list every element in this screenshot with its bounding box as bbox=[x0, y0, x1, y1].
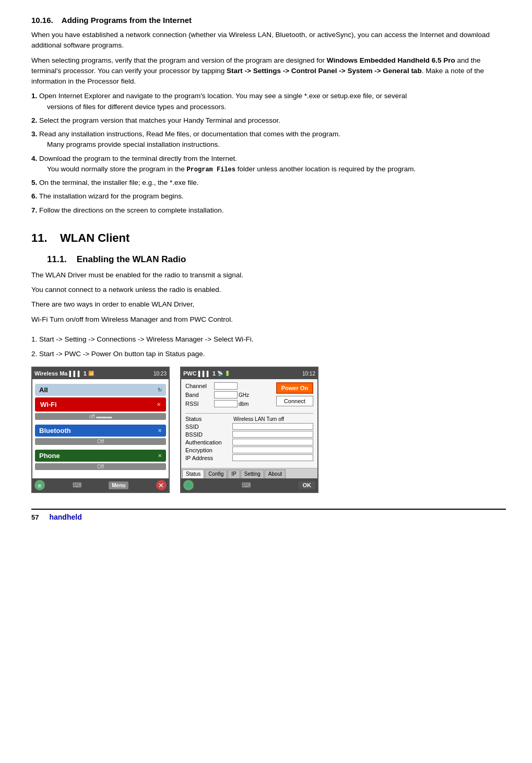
pwc-bssid-input[interactable] bbox=[232, 431, 313, 438]
pwc-enc-row: Encryption bbox=[185, 447, 313, 453]
pwc-ok-btn[interactable]: OK bbox=[299, 481, 316, 489]
step-3: 3. Read any installation instructions, R… bbox=[31, 129, 506, 150]
wm-keyboard-icon[interactable]: ⌨ bbox=[73, 482, 81, 489]
wireless-manager-device: Wireless Ma ▌▌▌ 1 📶 10:23 All ↻ Wi-Fi ✕ bbox=[31, 367, 170, 493]
step-7-text: 7. Follow the directions on the screen t… bbox=[31, 206, 223, 214]
step-6: 6. The installation wizard for the progr… bbox=[31, 191, 506, 202]
pwc-channel-row: Channel bbox=[185, 382, 271, 390]
pwc-start-btn[interactable] bbox=[183, 480, 194, 490]
wm-all-label: All bbox=[39, 386, 48, 394]
pwc-tab-setting[interactable]: Setting bbox=[241, 469, 264, 478]
step-1-indent: versions of files for different device t… bbox=[47, 102, 506, 112]
wm-start-btn[interactable]: ⊞ bbox=[34, 480, 45, 490]
wm-item-bluetooth[interactable]: Bluetooth ✕ bbox=[35, 425, 166, 437]
para1: When you have established a network conn… bbox=[31, 30, 506, 51]
wm-item-wifi[interactable]: Wi-Fi ✕ bbox=[35, 397, 166, 412]
pwc-top-section: Channel Band GHz RSSI dbm bbox=[185, 382, 313, 409]
wm-title-left: Wireless Ma ▌▌▌ 1 📶 bbox=[34, 370, 94, 377]
step-3-text: 3. Read any installation instructions, R… bbox=[31, 130, 340, 138]
sub-number: 11.1. bbox=[47, 254, 67, 264]
pwc-band-label: Band bbox=[185, 392, 214, 398]
section-number: 10.16. bbox=[31, 16, 53, 25]
wm-net: 1 bbox=[84, 370, 87, 377]
wm-wifi-label: Wi-Fi bbox=[40, 401, 57, 408]
pwc-net: 1 bbox=[212, 370, 216, 377]
pwc-tab-about[interactable]: About bbox=[265, 469, 286, 478]
section11-para2: You cannot connect to a network unless t… bbox=[31, 285, 506, 295]
para2-bold1: Windows Embedded Handheld 6.5 Pro bbox=[327, 56, 455, 64]
pwc-status-row: Status Wireless LAN Turn off bbox=[185, 416, 313, 422]
wm-wifi-icon: ✕ bbox=[157, 402, 161, 407]
section-title: Adding Programs from the Internet bbox=[62, 16, 192, 25]
section11-para4: Wi-Fi Turn on/off from Wireless Manager … bbox=[31, 314, 506, 325]
wm-signal: ▌▌▌ bbox=[69, 371, 82, 377]
step-5: 5. On the terminal, the installer file; … bbox=[31, 178, 506, 188]
section11-para3: There are two ways in order to enable WL… bbox=[31, 299, 506, 310]
pwc-auth-input[interactable] bbox=[232, 439, 313, 445]
pwc-signal: ▌▌▌ bbox=[198, 371, 211, 377]
pwc-title-left: PWC ▌▌▌ 1 📡 🔋 bbox=[183, 370, 230, 377]
pwc-rssi-input[interactable] bbox=[214, 400, 238, 407]
step-3-sub: Many programs provide special installati… bbox=[47, 139, 506, 150]
pwc-auth-label: Authentication bbox=[185, 439, 232, 445]
pwc-channel-input[interactable] bbox=[214, 382, 238, 390]
pwc-ssid-label: SSID bbox=[185, 424, 232, 430]
section-11: 11. WLAN Client 11.1. Enabling the WLAN … bbox=[31, 231, 506, 494]
pwc-tab-status[interactable]: Status bbox=[182, 469, 204, 478]
step-7: 7. Follow the directions on the screen t… bbox=[31, 205, 506, 216]
pwc-body: Channel Band GHz RSSI dbm bbox=[181, 379, 317, 468]
pwc-band-input[interactable] bbox=[214, 391, 238, 398]
wm-menu-btn[interactable]: Menu bbox=[109, 482, 128, 489]
step-4: 4. Download the program to the terminal … bbox=[31, 154, 506, 175]
pwc-title-text: PWC bbox=[183, 370, 197, 377]
pwc-rssi-label: RSSI bbox=[185, 401, 214, 407]
wm-close-btn[interactable]: ✕ bbox=[156, 480, 167, 490]
section-10-heading: 10.16. Adding Programs from the Internet bbox=[31, 16, 506, 25]
step-1-text: 1. Open Internet Explorer and navigate t… bbox=[31, 92, 407, 100]
pwc-band-row: Band GHz bbox=[185, 391, 271, 398]
pwc-ip-input[interactable] bbox=[232, 454, 313, 461]
pwc-tab-config[interactable]: Config bbox=[205, 469, 227, 478]
pwc-icons: 📡 🔋 bbox=[217, 371, 230, 376]
pwc-time: 10:12 bbox=[302, 371, 315, 377]
pwc-power-btn[interactable]: Power On bbox=[276, 382, 313, 394]
pwc-connect-btn[interactable]: Connect bbox=[276, 396, 313, 406]
section-10-16: 10.16. Adding Programs from the Internet… bbox=[31, 16, 506, 216]
pwc-keyboard-icon[interactable]: ⌨ bbox=[242, 482, 251, 489]
pwc-ssid-row: SSID bbox=[185, 423, 313, 430]
section11-step2: 2. Start -> PWC -> Power On button tap i… bbox=[31, 349, 506, 359]
step-2-text: 2. Select the program version that match… bbox=[31, 116, 280, 124]
step-1: 1. Open Internet Explorer and navigate t… bbox=[31, 91, 506, 112]
wm-item-phone[interactable]: Phone ✕ bbox=[35, 450, 166, 462]
wm-all-icon: ↻ bbox=[158, 387, 162, 393]
screenshots-row: Wireless Ma ▌▌▌ 1 📶 10:23 All ↻ Wi-Fi ✕ bbox=[31, 367, 506, 493]
pwc-titlebar: PWC ▌▌▌ 1 📡 🔋 10:12 bbox=[181, 368, 317, 379]
footer: 57 handheld bbox=[31, 509, 506, 521]
wm-item-all[interactable]: All ↻ bbox=[35, 384, 166, 396]
steps-list: 1. Open Internet Explorer and navigate t… bbox=[31, 91, 506, 216]
wm-taskbar: ⊞ ⌨ Menu ✕ bbox=[32, 478, 169, 492]
wm-phone-off: Off bbox=[35, 463, 166, 470]
pwc-tab-ip[interactable]: IP bbox=[228, 469, 240, 478]
pwc-rssi-row: RSSI dbm bbox=[185, 400, 271, 407]
wm-titlebar: Wireless Ma ▌▌▌ 1 📶 10:23 bbox=[32, 368, 169, 379]
wm-title-text: Wireless Ma bbox=[34, 370, 68, 377]
para2-bold2: Start -> Settings -> Control Panel -> Sy… bbox=[227, 67, 422, 75]
para2-start: When selecting programs, verify that the… bbox=[31, 56, 327, 64]
pwc-divider bbox=[185, 413, 313, 414]
pwc-status-label: Status bbox=[185, 416, 232, 422]
section-11-heading: 11. WLAN Client bbox=[31, 231, 506, 245]
step-6-text: 6. The installation wizard for the progr… bbox=[31, 192, 184, 200]
pwc-ip-label: IP Address bbox=[185, 455, 232, 461]
section11-step1: 1. Start -> Setting -> Connections -> Wi… bbox=[31, 334, 506, 345]
pwc-enc-input[interactable] bbox=[232, 447, 313, 453]
svg-point-2 bbox=[185, 482, 192, 488]
pwc-status-value: Wireless LAN Turn off bbox=[233, 416, 284, 422]
pwc-ssid-input[interactable] bbox=[232, 423, 313, 430]
pwc-enc-label: Encryption bbox=[185, 447, 232, 453]
wm-body: All ↻ Wi-Fi ✕ off ▬▬▬ Bluetooth ✕ Off bbox=[32, 379, 169, 478]
wm-phone-icon: ✕ bbox=[158, 453, 162, 459]
pwc-auth-row: Authentication bbox=[185, 439, 313, 445]
section-11-number: 11. bbox=[31, 231, 48, 244]
wm-phone-label: Phone bbox=[39, 452, 60, 460]
